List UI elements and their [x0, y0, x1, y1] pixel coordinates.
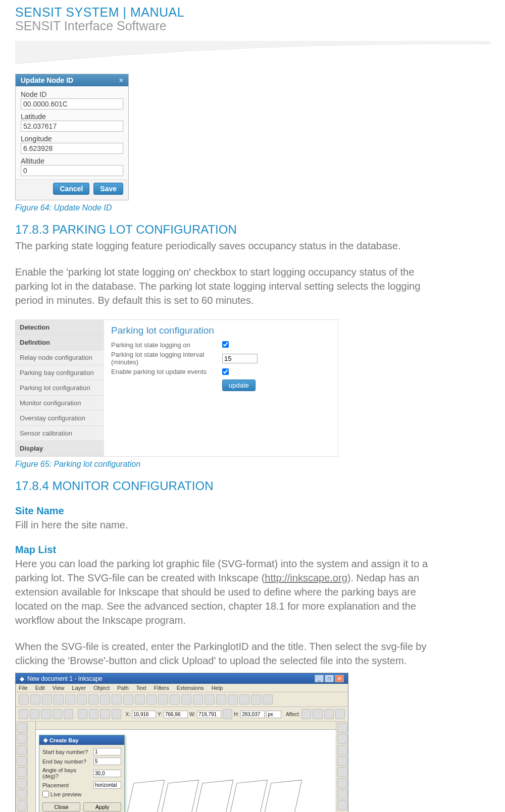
tool-icon[interactable] [17, 734, 27, 744]
tool-icon[interactable] [17, 756, 27, 766]
snap-icon[interactable] [337, 745, 347, 755]
x-field[interactable] [132, 711, 156, 718]
menu-path[interactable]: Path [117, 685, 129, 691]
toolbar-icon[interactable] [313, 709, 322, 719]
tool-icon[interactable] [17, 767, 27, 777]
latitude-field[interactable] [21, 121, 123, 132]
toolbar-icon[interactable] [64, 709, 73, 719]
close-icon[interactable]: ✕ [335, 675, 344, 682]
toolbar-icon[interactable] [251, 694, 261, 705]
minimize-icon[interactable]: _ [315, 675, 324, 682]
toolbar-icon[interactable] [135, 694, 145, 705]
toolbar-icon[interactable] [181, 694, 191, 705]
unit-field[interactable] [266, 711, 281, 718]
toolbar-icon[interactable] [112, 709, 121, 719]
sidebar-item-calibration[interactable]: Sensor calibration [16, 426, 104, 441]
toolbar-icon[interactable] [19, 694, 29, 705]
toolbar-icon[interactable] [100, 694, 110, 705]
snap-icon[interactable] [337, 800, 347, 810]
livepreview-checkbox[interactable] [42, 791, 49, 797]
snap-icon[interactable] [337, 723, 347, 733]
bay-apply-button[interactable]: Apply [83, 802, 121, 811]
toolbar-icon[interactable] [158, 694, 168, 705]
toolbar-icon[interactable] [324, 709, 334, 719]
sidebar-item-definition[interactable]: Definition [16, 335, 104, 350]
toolbar-icon[interactable] [89, 709, 98, 719]
cancel-button[interactable]: Cancel [53, 183, 89, 195]
inkscape-link[interactable]: http://inkscape.org [265, 572, 347, 583]
snap-icon[interactable] [337, 778, 347, 788]
longitude-field[interactable] [21, 143, 123, 154]
toolbar-icon[interactable] [301, 709, 311, 719]
sidebar-item-detection[interactable]: Detection [16, 320, 104, 335]
toolbar-icon[interactable] [112, 694, 122, 705]
toolbar-icon[interactable] [263, 694, 273, 705]
toolbar-icon[interactable] [239, 694, 249, 705]
altitude-field[interactable] [21, 165, 123, 176]
toolbar-icon[interactable] [146, 694, 157, 705]
sidebar-item-monitor[interactable]: Monitor configuration [16, 396, 104, 411]
toolbar-icon[interactable] [30, 709, 39, 719]
toolbar-icon[interactable] [30, 694, 40, 705]
toolbar-icon[interactable] [335, 709, 345, 719]
end-bay-field[interactable] [93, 757, 121, 765]
bay-shape[interactable]: bay 1 [123, 780, 165, 812]
nodeid-field[interactable] [21, 98, 123, 110]
y-field[interactable] [164, 711, 188, 718]
start-bay-field[interactable] [93, 748, 121, 755]
toolbar-icon[interactable] [53, 709, 62, 719]
toolbar-icon[interactable] [65, 694, 75, 705]
tool-icon[interactable] [17, 778, 27, 788]
lock-icon[interactable] [223, 709, 232, 719]
menu-help[interactable]: Help [212, 685, 223, 691]
h-field[interactable] [240, 711, 265, 718]
snap-icon[interactable] [337, 767, 347, 777]
placement-field[interactable] [93, 781, 121, 789]
toolbar-icon[interactable] [19, 709, 28, 719]
menu-filters[interactable]: Filters [154, 685, 169, 691]
snap-icon[interactable] [337, 756, 347, 766]
sidebar-item-display[interactable]: Display [16, 441, 104, 456]
sidebar-item-relay[interactable]: Relay node configuration [16, 350, 104, 365]
menu-object[interactable]: Object [93, 685, 110, 691]
cfg-logging-on-checkbox[interactable] [222, 341, 229, 348]
sidebar-item-lot[interactable]: Parking lot configuration [16, 381, 104, 396]
toolbar-icon[interactable] [100, 709, 110, 719]
toolbar-icon[interactable] [41, 709, 50, 719]
cfg-events-checkbox[interactable] [222, 368, 229, 375]
update-button[interactable]: update [222, 380, 256, 391]
snap-icon[interactable] [337, 789, 347, 799]
maximize-icon[interactable]: □ [325, 675, 334, 682]
cfg-interval-field[interactable] [222, 354, 258, 363]
menu-file[interactable]: File [19, 685, 28, 691]
close-icon[interactable]: × [119, 76, 123, 84]
sidebar-item-bay[interactable]: Parking bay configuration [16, 365, 104, 381]
tool-icon[interactable] [17, 800, 27, 810]
tool-icon[interactable] [17, 723, 27, 733]
angle-field[interactable] [93, 770, 121, 777]
toolbar-icon[interactable] [193, 694, 203, 705]
w-field[interactable] [197, 711, 221, 718]
toolbar-icon[interactable] [170, 694, 180, 705]
tool-icon[interactable] [17, 789, 27, 799]
toolbar-icon[interactable] [205, 694, 215, 705]
save-button[interactable]: Save [93, 183, 123, 195]
menu-extensions[interactable]: Extensions [177, 685, 204, 691]
toolbar-icon[interactable] [78, 709, 87, 719]
snap-icon[interactable] [337, 734, 347, 744]
toolbar-icon[interactable] [216, 694, 226, 705]
menu-layer[interactable]: Layer [72, 685, 86, 691]
tool-icon[interactable] [17, 745, 27, 755]
toolbar-icon[interactable] [88, 694, 98, 705]
inkscape-canvas[interactable]: ◆Create Bay Start bay number? End bay nu… [28, 722, 336, 812]
sidebar-item-overstay[interactable]: Overstay configuration [16, 411, 104, 426]
toolbar-icon[interactable] [77, 694, 87, 705]
toolbar-icon[interactable] [123, 694, 133, 705]
bay-close-button[interactable]: Close [42, 802, 80, 811]
toolbar-icon[interactable] [42, 694, 52, 705]
menu-view[interactable]: View [53, 685, 65, 691]
menu-text[interactable]: Text [136, 685, 146, 691]
toolbar-icon[interactable] [54, 694, 64, 705]
menu-edit[interactable]: Edit [35, 685, 45, 691]
toolbar-icon[interactable] [228, 694, 238, 705]
